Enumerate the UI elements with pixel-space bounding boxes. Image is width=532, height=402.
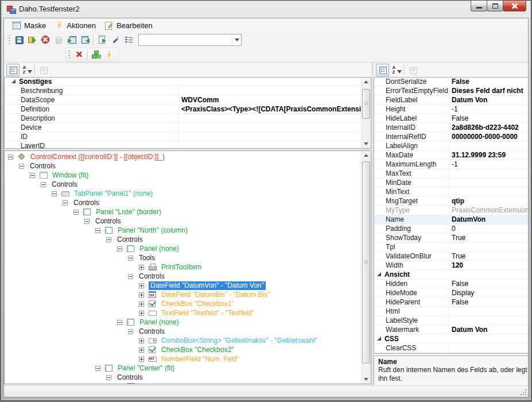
tree-node-label[interactable]: Window (fit) [51,171,90,180]
maximize-button[interactable] [487,1,503,11]
categorized-button[interactable] [376,64,389,76]
property-value[interactable]: DatumVon [449,215,528,224]
tree-node[interactable]: Panel "North" (column) [5,226,360,235]
cancel-button[interactable] [38,33,52,46]
property-name[interactable]: InternalID [374,123,449,132]
property-name[interactable]: ShowToday [374,234,449,242]
property-value[interactable]: True [449,234,528,242]
tree-node[interactable]: Controls [5,235,360,244]
property-value[interactable]: 0 [449,225,528,233]
property-value[interactable]: Dieses Feld darf nicht [449,87,528,95]
expand-toggle-minus[interactable] [128,274,133,279]
tree-node[interactable]: TextField "Textfeld" - "Textfeld" [5,308,360,318]
tree-node[interactable]: GridPanel<String> "Liste1" (none) [5,382,360,384]
property-value[interactable] [178,114,361,123]
property-name[interactable]: Description [5,114,178,123]
property-value[interactable]: False [449,114,528,123]
tree-node[interactable]: NumberField "Num. Feld" [5,354,360,364]
expand-toggle-minus[interactable] [95,366,100,371]
property-value[interactable] [449,179,528,187]
scroll-thumb[interactable] [362,161,370,364]
expand-toggle-minus[interactable] [106,237,111,242]
property-name[interactable]: ClearCSS [374,344,449,353]
wizard-button[interactable] [108,33,122,46]
tree-node[interactable]: Tools [5,253,360,262]
tree-node-label[interactable]: Tools [137,254,157,262]
scroll-down-arrow[interactable] [362,374,371,384]
menu-item-bearbeiten[interactable]: Bearbeiten [101,20,158,31]
tree-node-label[interactable]: ControlContext ([[controlID:]] - [[objec… [29,153,166,161]
tree-node-label[interactable]: Controls [137,272,166,281]
property-value[interactable] [178,123,361,132]
menu-item-maske[interactable]: Maske [9,20,51,31]
property-name[interactable]: FieldLabel [374,96,449,105]
expand-toggle-plus[interactable] [139,302,144,307]
tree-node-label[interactable]: CheckBox "Checkbox1" [160,300,236,308]
property-name[interactable]: HideMode [374,289,449,297]
export-package-button[interactable] [25,33,38,46]
property-name[interactable]: Hidden [374,280,449,288]
property-name[interactable]: LayerID [5,142,178,148]
property-name[interactable]: Watermark [374,326,449,334]
numbered-list-button[interactable] [122,33,135,46]
property-name[interactable]: Beschreibung [5,87,178,95]
tree-node[interactable]: Controls [5,161,360,171]
tree-node[interactable]: Window (fit) [5,171,360,180]
tree-node-label[interactable]: Controls [115,235,145,244]
property-value[interactable]: False [449,78,528,86]
tree-node[interactable]: Controls [5,217,360,226]
category-collapse-icon[interactable] [377,272,381,276]
title-bar[interactable]: Daho.Testfenster2 [1,1,531,17]
property-value[interactable] [449,169,528,178]
expand-toggle-plus[interactable] [139,338,144,343]
tree-node-label[interactable]: Controls [50,180,79,189]
property-value[interactable] [449,142,528,150]
category-row-Ansicht[interactable]: Ansicht [374,270,528,280]
expand-toggle-minus[interactable] [95,228,100,233]
property-value[interactable]: Datum Von [449,96,528,105]
expand-toggle-minus[interactable] [117,246,122,252]
property-value[interactable]: Datum Von [449,326,528,334]
tree-node[interactable]: CheckBox "Checkbox1" [5,299,360,308]
property-name[interactable]: HideLabel [374,114,449,123]
category-row-CSS[interactable]: CSS [374,335,528,344]
alphabetical-button[interactable] [20,64,33,76]
property-value[interactable]: -1 [449,160,528,169]
property-name[interactable]: Width [374,261,449,270]
tree-node[interactable]: CheckBox "Checkbox2" [5,345,360,354]
combobox-input[interactable] [139,35,232,45]
property-name[interactable]: Device [5,123,178,132]
execute-button[interactable] [103,48,116,61]
tree-node[interactable]: PrintToolItem [5,262,360,272]
tree-node-label[interactable]: Panel "North" (column) [116,226,189,235]
tree-node[interactable]: Panel (none) [5,244,360,253]
property-value[interactable]: 2a8d826b-d223-4402 [449,123,528,132]
expand-toggle-plus[interactable] [139,357,144,362]
property-value[interactable]: False [449,280,528,288]
property-name[interactable]: ErrorTextEmptyField [374,87,449,95]
tree-node-label[interactable]: Controls [115,373,145,382]
check-out-button[interactable] [78,33,91,46]
property-name[interactable]: MaximumLength [374,160,449,169]
expand-toggle-minus[interactable] [41,182,46,187]
toolbar-grip[interactable] [8,35,10,44]
tree-node[interactable]: Controls [5,272,360,281]
property-name[interactable]: InternalRefID [374,133,449,141]
property-value[interactable]: 120 [449,261,528,270]
property-value[interactable]: Display [449,289,528,297]
scroll-down-arrow[interactable] [362,139,371,148]
property-name[interactable]: DontSerialize [374,78,449,86]
run-script-button[interactable] [95,33,108,46]
property-name[interactable]: ID [5,133,178,141]
tree-node-label[interactable]: PrintToolItem [160,263,203,272]
tree-node[interactable]: Controls [5,180,360,189]
property-value[interactable]: 31.12.9999 23:59 [449,151,528,160]
tree-node[interactable]: Controls [5,327,360,336]
tree-node[interactable]: Panel (none) [5,318,360,327]
close-button[interactable] [503,1,526,11]
check-in-button[interactable] [65,33,78,46]
tree-node[interactable]: ControlContext ([[controlID:]] - [[objec… [5,152,360,161]
tree-node-label[interactable]: NumberField "Num. Feld" [160,355,241,364]
alphabetical-button[interactable] [389,64,402,76]
structure-button[interactable] [90,48,103,61]
